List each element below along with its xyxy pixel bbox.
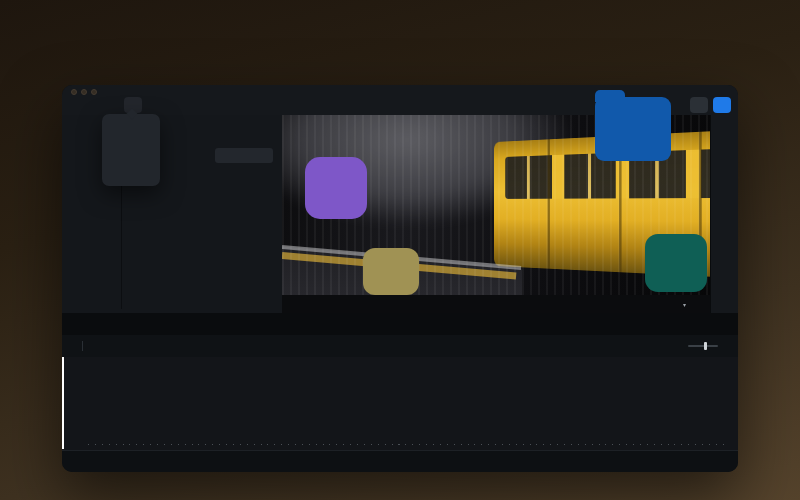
timeline-zoom-slider[interactable] bbox=[688, 345, 718, 347]
preview-area: ▾ bbox=[282, 115, 710, 313]
panels-icon[interactable] bbox=[102, 97, 120, 113]
media-folder-icon bbox=[595, 97, 671, 161]
text-sticker-icon bbox=[645, 234, 707, 292]
aspect-ratio-button[interactable]: ▾ bbox=[679, 301, 686, 308]
filter-dropdown[interactable] bbox=[215, 148, 273, 163]
time-ruler[interactable] bbox=[62, 440, 738, 450]
caret-down-icon: ▾ bbox=[683, 301, 686, 308]
preview-controls: ▾ bbox=[282, 295, 710, 313]
timeline-tracks bbox=[62, 357, 738, 450]
media-library-panel bbox=[62, 115, 282, 313]
save-button[interactable] bbox=[690, 97, 708, 113]
content-area: ▾ bbox=[62, 115, 738, 313]
close-window-button[interactable] bbox=[71, 89, 77, 95]
app-window: ▾ bbox=[62, 85, 738, 472]
zoom-window-button[interactable] bbox=[91, 89, 97, 95]
playhead[interactable] bbox=[62, 357, 64, 449]
minimize-window-button[interactable] bbox=[81, 89, 87, 95]
layout-popup bbox=[102, 114, 160, 186]
emoji-sticker-icon bbox=[363, 248, 419, 295]
window-controls bbox=[71, 89, 97, 95]
export-button[interactable] bbox=[713, 97, 731, 113]
hero-header bbox=[0, 16, 800, 24]
timeline-minimap bbox=[62, 313, 738, 335]
back-button[interactable] bbox=[70, 97, 88, 113]
help-icon[interactable] bbox=[148, 97, 166, 113]
music-sticker-icon bbox=[305, 157, 367, 219]
marketing-screenshot: ▾ bbox=[0, 0, 800, 500]
edit-toolbar bbox=[62, 450, 738, 472]
inspector-rail bbox=[710, 115, 738, 313]
zoom-slider-handle[interactable] bbox=[704, 342, 707, 350]
transport-bar bbox=[62, 335, 738, 357]
